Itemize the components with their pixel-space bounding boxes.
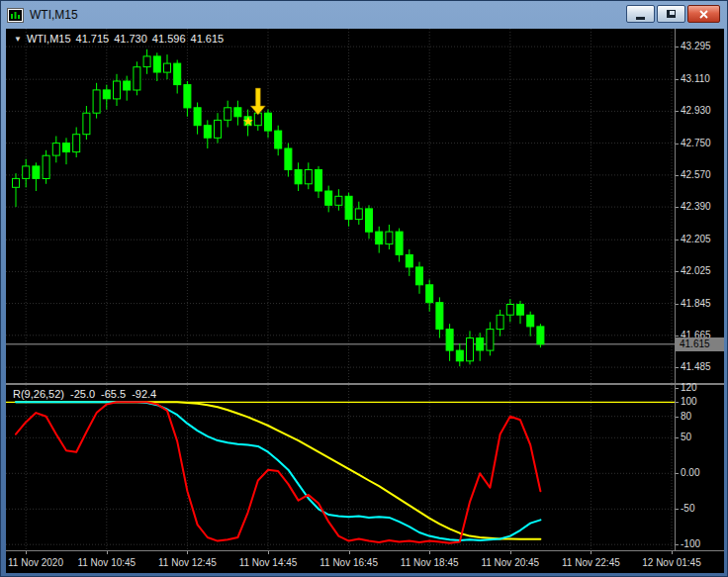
price-axis-label: 42.205 bbox=[681, 234, 711, 245]
candle bbox=[234, 108, 241, 117]
price-axis-label: 41.485 bbox=[681, 361, 711, 373]
candle bbox=[285, 148, 292, 170]
close-button[interactable] bbox=[687, 5, 720, 23]
candle bbox=[487, 330, 494, 351]
minimize-button[interactable] bbox=[626, 5, 655, 23]
candle bbox=[355, 209, 362, 220]
time-axis-label: 11 Nov 10:45 bbox=[77, 557, 136, 568]
price-axis-label: 42.025 bbox=[681, 265, 711, 277]
candle bbox=[517, 305, 524, 316]
candle bbox=[366, 209, 373, 232]
candle bbox=[295, 170, 302, 184]
price-axis-label: 43.295 bbox=[681, 41, 711, 52]
mt4-window: WTI,M15 ▼ WTI,M15 41.715 41.730 41.596 4… bbox=[0, 0, 728, 577]
indicator-axis-label: -50 bbox=[681, 503, 694, 515]
axis-tick bbox=[676, 473, 679, 474]
indicator-axis-label: 80 bbox=[681, 411, 691, 423]
price-axis-label: 43.110 bbox=[681, 73, 710, 85]
candle bbox=[184, 85, 191, 108]
axis-tick bbox=[676, 111, 679, 112]
close-icon bbox=[699, 10, 708, 19]
axis-tick bbox=[676, 544, 679, 545]
time-axis-label: 11 Nov 20:45 bbox=[481, 557, 539, 568]
chart-area: ▼ WTI,M15 41.715 41.730 41.596 41.615 ★ … bbox=[6, 29, 724, 573]
candle bbox=[174, 63, 181, 85]
indicator-value-3: -92.4 bbox=[132, 388, 156, 400]
axis-tick bbox=[676, 207, 679, 208]
candle bbox=[204, 126, 211, 139]
candle bbox=[33, 166, 40, 179]
axis-tick bbox=[676, 79, 679, 80]
restore-button[interactable] bbox=[657, 5, 685, 23]
candle bbox=[305, 170, 312, 184]
axis-tick bbox=[676, 388, 679, 389]
ohlc-low: 41.596 bbox=[152, 33, 186, 45]
axis-tick bbox=[676, 417, 679, 418]
candle bbox=[164, 63, 171, 72]
time-axis-label: 11 Nov 2020 bbox=[8, 557, 63, 568]
price-axis-label: 41.845 bbox=[681, 298, 711, 310]
price-axis-label: 42.570 bbox=[681, 169, 711, 181]
indicator-header: R(9,26,52) -25.0 -65.5 -92.4 bbox=[13, 388, 156, 400]
candle bbox=[275, 131, 282, 148]
time-axis[interactable]: 11 Nov 202011 Nov 10:4511 Nov 12:4511 No… bbox=[6, 550, 724, 573]
window-title: WTI,M15 bbox=[30, 8, 78, 22]
price-chart[interactable]: ★ bbox=[6, 29, 675, 383]
candle bbox=[83, 113, 90, 135]
candle bbox=[456, 350, 463, 361]
time-axis-tick bbox=[349, 551, 350, 554]
candle bbox=[52, 144, 59, 156]
indicator-panel[interactable] bbox=[6, 385, 675, 550]
time-axis-label: 12 Nov 01:45 bbox=[642, 557, 701, 568]
candle bbox=[506, 305, 513, 316]
ohlc-open: 41.715 bbox=[76, 33, 110, 45]
candle bbox=[153, 56, 160, 72]
axis-tick bbox=[676, 336, 679, 337]
candle bbox=[215, 120, 222, 138]
indicator-axis-label: 50 bbox=[681, 432, 691, 443]
price-axis-label: 42.750 bbox=[681, 138, 711, 149]
axis-tick bbox=[676, 437, 679, 438]
candle bbox=[63, 144, 70, 152]
candle bbox=[477, 338, 484, 351]
star-marker: ★ bbox=[242, 114, 254, 129]
chart-ohlc-header: ▼ WTI,M15 41.715 41.730 41.596 41.615 bbox=[14, 33, 224, 45]
candle bbox=[13, 178, 20, 187]
candle bbox=[335, 196, 342, 205]
candle bbox=[225, 108, 231, 121]
price-axis[interactable]: 43.29543.11042.93042.75042.57042.39042.2… bbox=[675, 29, 724, 550]
price-axis-label: 42.390 bbox=[681, 201, 711, 213]
time-axis-tick bbox=[268, 551, 269, 554]
candle bbox=[265, 113, 272, 131]
price-axis-label: 42.930 bbox=[681, 105, 711, 117]
indicator-name: R(9,26,52) bbox=[13, 388, 64, 400]
axis-tick bbox=[676, 144, 679, 144]
axis-tick bbox=[676, 240, 679, 240]
candle bbox=[537, 327, 544, 344]
candle bbox=[497, 315, 503, 329]
candle bbox=[114, 81, 121, 99]
indicator-axis-label: 0.00 bbox=[681, 467, 699, 479]
candle bbox=[386, 232, 393, 244]
ohlc-close: 41.615 bbox=[191, 33, 225, 45]
time-axis-tick bbox=[510, 551, 511, 554]
indicator-axis-label: -100 bbox=[681, 538, 700, 550]
current-price-badge: 41.615 bbox=[676, 337, 724, 351]
restore-icon bbox=[667, 10, 676, 18]
candle bbox=[376, 232, 383, 244]
time-axis-tick bbox=[591, 551, 592, 554]
candle bbox=[43, 155, 49, 178]
window-titlebar[interactable]: WTI,M15 bbox=[1, 1, 727, 29]
candle bbox=[134, 67, 140, 90]
candle bbox=[467, 338, 474, 361]
indicator-line-R9 bbox=[16, 402, 540, 543]
time-axis-label: 11 Nov 14:45 bbox=[239, 557, 298, 568]
candle bbox=[93, 90, 100, 113]
candle bbox=[527, 315, 534, 327]
chart-symbol: WTI,M15 bbox=[27, 33, 71, 45]
axis-tick bbox=[676, 47, 679, 48]
time-axis-tick bbox=[26, 551, 27, 554]
indicator-gridlines bbox=[6, 385, 675, 550]
indicator-value-1: -25.0 bbox=[70, 388, 95, 400]
candle bbox=[23, 166, 30, 179]
